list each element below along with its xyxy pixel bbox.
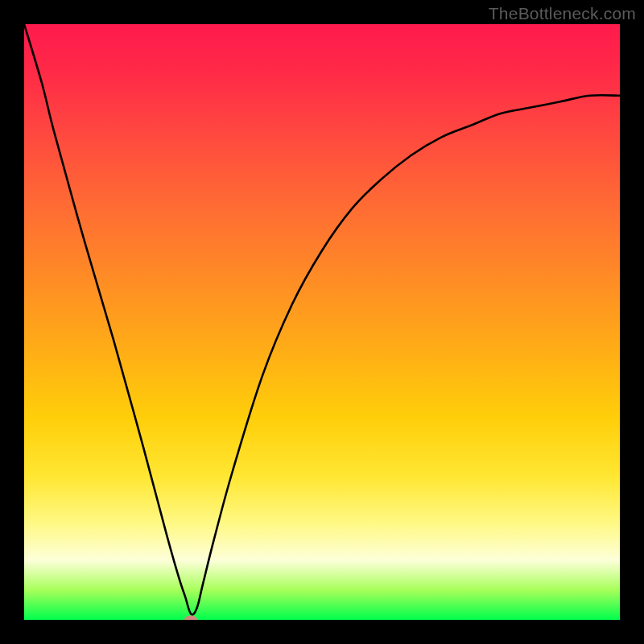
watermark-text: TheBottleneck.com [489,4,636,23]
curve-svg [24,24,620,620]
plot-area [24,24,620,620]
minimum-marker [184,616,197,621]
chart-frame: TheBottleneck.com [0,0,644,644]
bottleneck-curve [24,24,620,615]
